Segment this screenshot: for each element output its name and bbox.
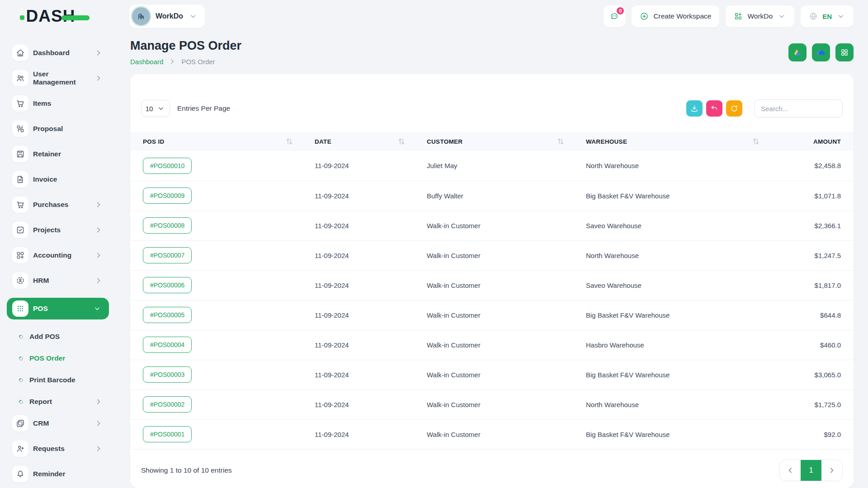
onedrive-button[interactable] (812, 43, 830, 61)
refresh-button[interactable] (726, 100, 742, 117)
sidebar-item-pos[interactable]: POS (7, 298, 109, 319)
onedrive-icon (816, 47, 826, 58)
pos-id-badge[interactable]: #POS00004 (143, 337, 192, 353)
sort-icon (556, 137, 565, 146)
breadcrumb-dashboard-link[interactable]: Dashboard (130, 58, 163, 66)
cell-date: 11-09-2024 (307, 181, 420, 211)
pos-order-table: POS IDDATECUSTOMERWAREHOUSEAMOUNT #POS00… (130, 132, 854, 450)
pos-id-badge[interactable]: #POS00007 (143, 247, 192, 263)
cell-amount: $460.0 (774, 330, 854, 360)
retainer-icon (12, 146, 28, 162)
cell-amount: $92.0 (774, 419, 854, 449)
pos-id-badge[interactable]: #POS00010 (143, 158, 192, 174)
pos-id-badge[interactable]: #POS00005 (143, 307, 192, 323)
cell-pos-id: #POS00008 (130, 211, 307, 240)
pagination-prev-button[interactable] (780, 460, 801, 481)
topbar: DASH WorkDo 0 Create Workspace WorkDo EN (0, 0, 868, 33)
sidebar-subitem-pos-order[interactable]: POS Order (0, 347, 116, 369)
workspace-selector[interactable]: WorkDo (129, 5, 205, 28)
sidebar-item-items[interactable]: Items (12, 95, 108, 112)
logo-dash (61, 15, 90, 20)
hrm-icon (12, 272, 28, 289)
language-selector[interactable]: EN (801, 5, 854, 27)
chevron-right-icon (168, 57, 177, 66)
cell-customer: Walk-in Customer (420, 419, 579, 449)
pagination-next-button[interactable] (821, 460, 842, 481)
cell-pos-id: #POS00010 (130, 151, 307, 181)
refresh-icon (730, 104, 739, 113)
sidebar-item-requests[interactable]: Requests (12, 441, 108, 457)
cell-warehouse: Big Basket F&V Warehouse (579, 300, 774, 330)
pos-id-badge[interactable]: #POS00008 (143, 217, 192, 234)
pos-id-badge[interactable]: #POS00002 (143, 396, 192, 413)
google-drive-button[interactable] (788, 43, 807, 61)
sidebar-item-label: Requests (33, 445, 90, 453)
chevron-down-icon (156, 104, 165, 113)
sidebar-item-reminder[interactable]: Reminder (12, 466, 108, 482)
entries-per-page-select[interactable]: 10 (141, 100, 170, 117)
pagination: 1 (779, 460, 843, 481)
messages-button[interactable]: 0 (604, 5, 625, 27)
sidebar-item-user-management[interactable]: User Management (12, 70, 108, 86)
sidebar-subitem-report[interactable]: Report (0, 391, 116, 413)
pagination-page-1[interactable]: 1 (801, 460, 821, 481)
sidebar-item-accounting[interactable]: Accounting (12, 247, 108, 263)
cell-warehouse: North Warehouse (579, 389, 774, 419)
sidebar-item-retainer[interactable]: Retainer (12, 146, 108, 162)
cell-date: 11-09-2024 (307, 211, 420, 240)
sidebar-item-hrm[interactable]: HRM (12, 272, 108, 289)
user-plus-icon (12, 441, 28, 457)
bell-icon (12, 466, 28, 482)
app-logo[interactable]: DASH (26, 7, 90, 26)
quick-actions (788, 43, 854, 61)
entries-per-page: 10 Entries Per Page (141, 100, 230, 117)
sidebar-item-label: Dashboard (33, 49, 90, 57)
column-header-date[interactable]: DATE (307, 132, 420, 151)
module-grid-button[interactable] (835, 43, 854, 61)
create-workspace-label: Create Workspace (653, 12, 711, 20)
column-header-inner: AMOUNT (781, 138, 841, 145)
cell-pos-id: #POS00009 (130, 181, 307, 211)
cell-date: 11-09-2024 (307, 389, 420, 419)
column-header-customer[interactable]: CUSTOMER (420, 132, 579, 151)
pos-id-badge[interactable]: #POS00003 (143, 366, 192, 383)
cell-warehouse: Big Basket F&V Warehouse (579, 181, 774, 211)
sidebar-item-purchases[interactable]: Purchases (12, 197, 108, 213)
search-input[interactable] (754, 99, 843, 117)
language-code: EN (822, 13, 832, 20)
cell-warehouse: Saveo Warehouse (579, 270, 774, 300)
sidebar-subitem-label: Add POS (29, 333, 116, 341)
column-header-pos-id[interactable]: POS ID (130, 132, 307, 151)
crm-icon (12, 415, 28, 432)
pos-id-badge[interactable]: #POS00009 (143, 188, 192, 204)
chevron-down-icon (189, 12, 198, 21)
sidebar-subgroup-pos: Add POSPOS OrderPrint BarcodeReport (0, 326, 116, 413)
sidebar-item-proposal[interactable]: Proposal (12, 121, 108, 137)
sidebar-item-projects[interactable]: Projects (12, 222, 108, 238)
export-button[interactable] (686, 100, 703, 117)
table-row: #POS0000211-09-2024Walk-in CustomerNorth… (130, 389, 854, 419)
sidebar-subitem-print-barcode[interactable]: Print Barcode (0, 369, 116, 391)
entries-per-page-value: 10 (146, 105, 153, 113)
cell-customer: Walk-in Customer (420, 240, 579, 270)
sidebar-item-label: CRM (33, 419, 90, 427)
cell-warehouse: North Warehouse (579, 151, 774, 181)
sidebar-item-label: HRM (33, 277, 90, 285)
column-header-amount: AMOUNT (774, 132, 854, 151)
sidebar-subitem-add-pos[interactable]: Add POS (0, 326, 116, 347)
pos-id-badge[interactable]: #POS00006 (143, 277, 192, 293)
sidebar-item-crm[interactable]: CRM (12, 415, 108, 432)
app-switcher-button[interactable]: WorkDo (726, 5, 794, 27)
table-actions (686, 99, 843, 117)
sidebar-item-invoice[interactable]: Invoice (12, 171, 108, 188)
column-header-warehouse[interactable]: WAREHOUSE (579, 132, 774, 151)
sidebar-item-dashboard[interactable]: Dashboard (12, 45, 108, 61)
cell-pos-id: #POS00005 (130, 300, 307, 330)
create-workspace-button[interactable]: Create Workspace (632, 5, 719, 27)
table-row: #POS0001011-09-2024Juliet MayNorth Wareh… (130, 151, 854, 181)
cell-pos-id: #POS00001 (130, 419, 307, 449)
undo-button[interactable] (706, 100, 722, 117)
cell-pos-id: #POS00003 (130, 360, 307, 389)
pos-id-badge[interactable]: #POS00001 (143, 426, 192, 442)
cell-amount: $1,071.8 (774, 181, 854, 211)
